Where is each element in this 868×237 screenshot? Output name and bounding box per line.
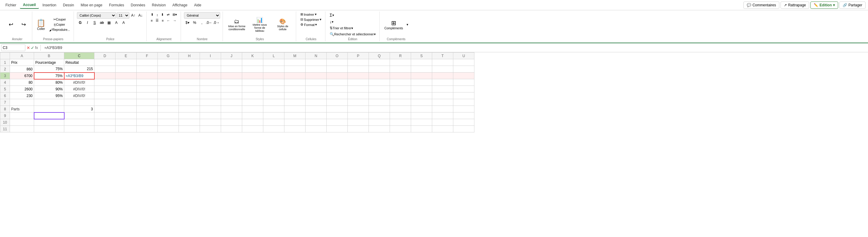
trier-button[interactable]: ⇅ Trier et filtrer ▾ bbox=[329, 25, 354, 31]
cell-P10[interactable] bbox=[348, 119, 369, 126]
cell-L4[interactable] bbox=[263, 79, 284, 86]
cell-M3[interactable] bbox=[284, 73, 306, 79]
rechercher-button[interactable]: 🔍 Rechercher et sélectionner ▾ bbox=[329, 31, 377, 37]
align-bottom-button[interactable]: ⬇ bbox=[160, 12, 165, 17]
cell-K4[interactable] bbox=[242, 79, 263, 86]
fill-button[interactable]: ↓ ▾ bbox=[329, 19, 335, 25]
italic-button[interactable]: I bbox=[84, 19, 91, 26]
col-header-T[interactable]: T bbox=[432, 53, 453, 59]
cell-C9[interactable] bbox=[64, 112, 94, 119]
align-right-button[interactable]: ≡ bbox=[160, 18, 165, 23]
cell-K10[interactable] bbox=[242, 119, 263, 126]
cell-C2[interactable]: 215 bbox=[64, 66, 94, 73]
cell-D10[interactable] bbox=[94, 119, 116, 126]
cell-styles-button[interactable]: 🎨 Styles de cellule bbox=[272, 17, 293, 32]
cell-N2[interactable] bbox=[306, 66, 327, 73]
cell-S5[interactable] bbox=[411, 86, 432, 93]
increase-font-button[interactable]: A↑ bbox=[130, 12, 136, 19]
font-family-select[interactable]: Calibri (Corps) bbox=[77, 12, 116, 19]
cell-B3[interactable]: 75% bbox=[34, 73, 64, 79]
cell-B4[interactable]: 80% bbox=[34, 79, 64, 86]
cell-O9[interactable] bbox=[327, 112, 348, 119]
cell-P3[interactable] bbox=[348, 73, 369, 79]
inserer-button[interactable]: ⊞ Insérer ▾ bbox=[299, 12, 318, 17]
couper-button[interactable]: ✂ Couper bbox=[48, 17, 71, 22]
cell-I5[interactable] bbox=[200, 86, 221, 93]
cell-A3[interactable]: 6700 bbox=[10, 73, 34, 79]
cell-Q6[interactable] bbox=[369, 93, 390, 99]
cell-R11[interactable] bbox=[390, 126, 411, 132]
redo-button[interactable]: ↪ bbox=[18, 20, 30, 29]
cell-C3[interactable]: =A3*B3/B9 bbox=[64, 73, 94, 79]
cell-U11[interactable] bbox=[453, 126, 474, 132]
cell-B11[interactable] bbox=[34, 126, 64, 132]
cell-U8[interactable] bbox=[453, 106, 474, 112]
cell-G5[interactable] bbox=[158, 86, 179, 93]
thousands-button[interactable]: , bbox=[198, 19, 205, 26]
cell-J5[interactable] bbox=[221, 86, 242, 93]
cell-U7[interactable] bbox=[453, 99, 474, 106]
percent-button[interactable]: % bbox=[191, 19, 198, 26]
cell-F2[interactable] bbox=[136, 66, 158, 73]
cell-N8[interactable] bbox=[306, 106, 327, 112]
cell-S11[interactable] bbox=[411, 126, 432, 132]
cell-N1[interactable] bbox=[306, 59, 327, 66]
currency-button[interactable]: $▾ bbox=[184, 19, 191, 26]
cell-I1[interactable] bbox=[200, 59, 221, 66]
merge-button[interactable]: ⊞▾ bbox=[171, 12, 178, 17]
cell-F9[interactable] bbox=[136, 112, 158, 119]
cell-M6[interactable] bbox=[284, 93, 306, 99]
cell-F11[interactable] bbox=[136, 126, 158, 132]
cell-N6[interactable] bbox=[306, 93, 327, 99]
cell-C6[interactable]: #DIV/0! bbox=[64, 93, 94, 99]
cell-E5[interactable] bbox=[116, 86, 136, 93]
cell-R6[interactable] bbox=[390, 93, 411, 99]
copier-button[interactable]: ⎘ Copier bbox=[48, 22, 71, 27]
cell-I2[interactable] bbox=[200, 66, 221, 73]
cell-L9[interactable] bbox=[263, 112, 284, 119]
cell-H5[interactable] bbox=[179, 86, 200, 93]
cell-E6[interactable] bbox=[116, 93, 136, 99]
cell-H10[interactable] bbox=[179, 119, 200, 126]
cell-H8[interactable] bbox=[179, 106, 200, 112]
col-header-L[interactable]: L bbox=[263, 53, 284, 59]
cell-T10[interactable] bbox=[432, 119, 453, 126]
cell-L11[interactable] bbox=[263, 126, 284, 132]
cell-R5[interactable] bbox=[390, 86, 411, 93]
cell-T6[interactable] bbox=[432, 93, 453, 99]
reproduire-button[interactable]: 🖌 Reproduire... bbox=[48, 27, 71, 32]
cell-G7[interactable] bbox=[158, 99, 179, 106]
rattrapage-button[interactable]: ↗ Rattrapage bbox=[780, 1, 809, 9]
cell-H6[interactable] bbox=[179, 93, 200, 99]
complements-button[interactable]: ⊞ Compléments bbox=[383, 18, 405, 31]
cell-G9[interactable] bbox=[158, 112, 179, 119]
col-header-F[interactable]: F bbox=[136, 53, 158, 59]
cell-T11[interactable] bbox=[432, 126, 453, 132]
cell-F5[interactable] bbox=[136, 86, 158, 93]
cell-U4[interactable] bbox=[453, 79, 474, 86]
cell-N10[interactable] bbox=[306, 119, 327, 126]
menu-dessin[interactable]: Dessin bbox=[60, 2, 77, 8]
cell-J8[interactable] bbox=[221, 106, 242, 112]
conditional-format-button[interactable]: 🗂 Mise en forme conditionnelle bbox=[226, 17, 248, 32]
cell-K1[interactable] bbox=[242, 59, 263, 66]
cell-A7[interactable] bbox=[10, 99, 34, 106]
cell-T8[interactable] bbox=[432, 106, 453, 112]
insert-function-icon[interactable]: fx bbox=[35, 45, 38, 50]
font-size-select[interactable]: 11 bbox=[117, 12, 129, 19]
edition-button[interactable]: ✏️ Edition ▾ bbox=[810, 1, 838, 9]
menu-aide[interactable]: Aide bbox=[191, 2, 204, 8]
cell-A11[interactable] bbox=[10, 126, 34, 132]
cell-I9[interactable] bbox=[200, 112, 221, 119]
cell-N11[interactable] bbox=[306, 126, 327, 132]
cell-O7[interactable] bbox=[327, 99, 348, 106]
cell-D11[interactable] bbox=[94, 126, 116, 132]
cell-N3[interactable] bbox=[306, 73, 327, 79]
cell-J11[interactable] bbox=[221, 126, 242, 132]
col-header-M[interactable]: M bbox=[284, 53, 306, 59]
cell-A1[interactable]: Prix bbox=[10, 59, 34, 66]
cell-A9[interactable] bbox=[10, 112, 34, 119]
cell-T5[interactable] bbox=[432, 86, 453, 93]
col-header-I[interactable]: I bbox=[200, 53, 221, 59]
cell-K6[interactable] bbox=[242, 93, 263, 99]
